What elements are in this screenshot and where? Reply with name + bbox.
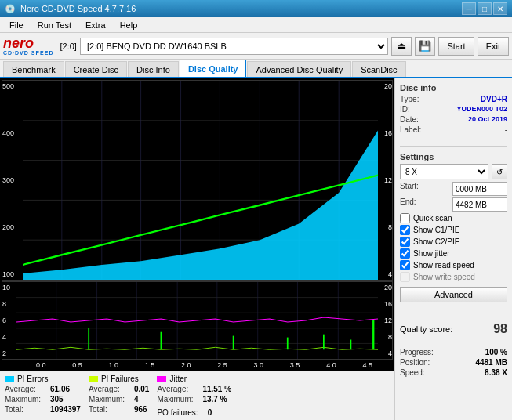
upper-y-right-1: 16 [378,129,392,137]
divider-1 [400,146,507,147]
x-label-0: 0.0 [36,361,46,369]
minimize-button[interactable]: ─ [462,2,476,15]
jitter-avg-label: Average: [157,385,196,393]
disc-date-label: Date: [400,115,419,124]
settings-title: Settings [400,152,507,161]
quality-score-label: Quality score: [400,324,452,334]
x-label-4: 2.0 [181,361,191,369]
x-label-1: 0.5 [72,361,82,369]
pi-errors-total-value: 1094397 [50,405,81,414]
checkbox-c1-pie[interactable]: Show C1/PIE [400,225,507,235]
disc-type-value: DVD+R [481,95,507,103]
c2-pif-label: Show C2/PIF [413,237,459,246]
eject-icon-button[interactable]: ⏏ [391,37,412,56]
end-row: End: [400,197,507,212]
pi-failures-avg-label: Average: [89,385,128,393]
tab-advanced-disc-quality[interactable]: Advanced Disc Quality [247,61,351,77]
pi-errors-legend: PI Errors Average: 61.06 Maximum: 305 To… [5,375,81,414]
checkbox-quick-scan[interactable]: Quick scan [400,213,507,223]
position-row: Position: 4481 MB [400,358,507,367]
tab-create-disc[interactable]: Create Disc [65,61,127,77]
title-bar-left: 💿 Nero CD-DVD Speed 4.7.7.16 [5,4,136,14]
po-failures-value: 0 [208,408,212,417]
pi-errors-avg-value: 61.06 [50,385,70,393]
title-bar: 💿 Nero CD-DVD Speed 4.7.7.16 ─ □ ✕ [0,0,512,17]
upper-y-left-2: 300 [2,176,23,184]
x-label-2: 1.0 [109,361,119,369]
svg-marker-14 [23,131,378,281]
upper-chart-svg [23,81,378,280]
settings-refresh-btn[interactable]: ↺ [492,164,507,179]
end-label: End: [400,197,416,212]
c2-pif-checkbox[interactable] [400,237,410,247]
disc-id-row: ID: YUDEN000 T02 [400,105,507,114]
quality-score-section: Quality score: 98 [400,322,507,336]
jitter-max-label: Maximum: [157,395,196,404]
menu-extra[interactable]: Extra [79,19,112,31]
pi-failures-total-value: 966 [134,405,147,414]
checkbox-c2-pif[interactable]: Show C2/PIF [400,237,507,247]
exit-button[interactable]: Exit [478,37,509,56]
pi-failures-avg-value: 0.01 [134,385,149,393]
disc-type-label: Type: [400,95,419,103]
disc-date-row: Date: 20 Oct 2019 [400,115,507,124]
upper-y-left-4: 100 [2,270,23,278]
jitter-checkbox[interactable] [400,248,410,259]
disc-info-section: Disc info Type: DVD+R ID: YUDEN000 T02 D… [400,83,507,136]
lower-y-right-1: 16 [378,300,392,308]
drive-id: [2:0] [60,42,77,51]
title-bar-controls[interactable]: ─ □ ✕ [462,2,507,15]
menu-file[interactable]: File [3,19,30,31]
drive-select[interactable]: [2:0] BENQ DVD DD DW1640 BSLB [80,38,389,55]
lower-y-right-2: 12 [378,317,392,324]
close-button[interactable]: ✕ [493,2,507,15]
quick-scan-checkbox[interactable] [400,213,410,223]
menu-help[interactable]: Help [114,19,144,31]
save-icon-button[interactable]: 💾 [415,37,435,56]
x-label-8: 4.0 [326,361,336,369]
legend-area: PI Errors Average: 61.06 Maximum: 305 To… [0,371,394,420]
x-label-5: 2.5 [217,361,227,369]
disc-disc-label: Label: [400,125,421,134]
upper-y-right-2: 12 [378,176,392,184]
disc-info-title: Disc info [400,83,507,92]
upper-y-right-4: 4 [378,270,392,278]
menu-bar: File Run Test Extra Help [0,17,512,33]
position-label: Position: [400,358,430,367]
x-label-7: 3.5 [290,361,300,369]
read-speed-checkbox[interactable] [400,260,410,270]
tab-disc-info[interactable]: Disc Info [128,61,179,77]
tab-scandisc[interactable]: ScanDisc [352,61,405,77]
start-button[interactable]: Start [438,37,474,56]
lower-y-left-3: 4 [2,333,16,341]
c1-pie-checkbox[interactable] [400,225,410,235]
chart-container: 500 400 300 200 100 20 16 12 8 4 [0,78,394,420]
pi-errors-label: PI Errors [17,375,48,383]
divider-2 [400,313,507,313]
nero-logo-area: nero CD·DVD SPEED [3,36,54,56]
upper-y-left-1: 400 [2,129,23,137]
lower-y-left-2: 6 [2,317,16,324]
speed-row-progress: Speed: 8.38 X [400,368,507,377]
pi-errors-total-label: Total: [5,405,44,414]
speed-row[interactable]: 8 X ↺ [400,164,507,179]
lower-y-left-1: 8 [2,300,16,308]
start-input[interactable] [452,182,507,196]
menu-run-test[interactable]: Run Test [31,19,78,31]
advanced-button[interactable]: Advanced [400,287,507,302]
disc-id-label: ID: [400,105,410,114]
toolbar: nero CD·DVD SPEED [2:0] [2:0] BENQ DVD D… [0,33,512,60]
upper-y-left-3: 200 [2,223,23,231]
checkbox-jitter[interactable]: Show jitter [400,248,507,259]
tab-disc-quality[interactable]: Disc Quality [180,60,247,77]
checkbox-read-speed[interactable]: Show read speed [400,260,507,270]
tab-bar: Benchmark Create Disc Disc Info Disc Qua… [0,60,512,78]
jitter-color [157,376,166,382]
speed-select[interactable]: 8 X [400,164,488,179]
pi-errors-avg-label: Average: [5,385,44,393]
read-speed-label: Show read speed [413,261,474,270]
tab-benchmark[interactable]: Benchmark [3,61,64,77]
jitter-avg-value: 11.51 % [202,385,231,393]
end-input[interactable] [452,197,507,212]
maximize-button[interactable]: □ [478,2,492,15]
